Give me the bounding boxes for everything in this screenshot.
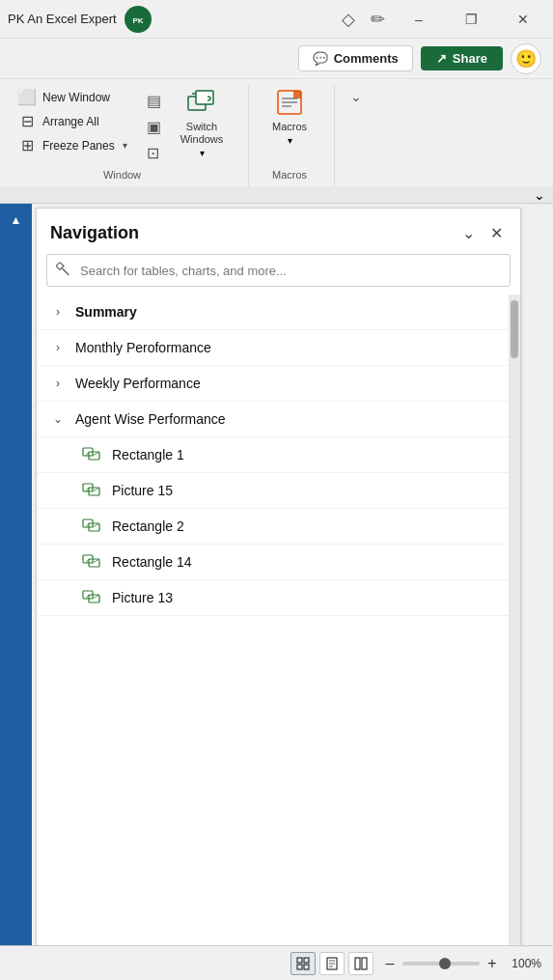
app-logo: PK xyxy=(124,6,152,33)
switch-windows-button[interactable]: Switch Windows ▾ xyxy=(171,85,233,162)
ribbon-top: 💬 Comments ↗ Share 🙂 xyxy=(0,39,553,79)
close-button[interactable]: ✕ xyxy=(501,4,545,35)
minimize-button[interactable]: – xyxy=(397,4,441,35)
monthly-label: Monthly Peroformance xyxy=(75,340,211,355)
split-combo-icon: ⊡ xyxy=(147,144,159,162)
nav-search-container xyxy=(46,254,511,287)
split-combo-button[interactable]: ⊡ xyxy=(141,141,167,165)
macros-chevron: ▾ xyxy=(288,135,292,146)
pic13-shape-icon xyxy=(81,589,102,606)
comment-icon: 💬 xyxy=(313,51,328,66)
zoom-level: 100% xyxy=(505,957,541,970)
diamond-icon[interactable]: ◇ xyxy=(338,5,359,34)
freeze-panes-button[interactable]: ⊞ Freeze Panes ▾ xyxy=(12,133,137,157)
grid-view-button[interactable] xyxy=(290,952,316,975)
nav-subitem-rect2[interactable]: Rectangle 2 xyxy=(37,509,509,545)
ribbon-group-window: ⬜ New Window ⊟ Arrange All ⊞ Freeze Pane… xyxy=(12,85,249,186)
freeze-panes-icon: ⊞ xyxy=(17,136,37,154)
zoom-minus-button[interactable]: – xyxy=(381,955,399,972)
svg-rect-33 xyxy=(297,965,302,969)
monthly-chevron-icon: › xyxy=(50,341,66,354)
ribbon-collapse-icon: ⌄ xyxy=(534,187,545,203)
ribbon-macros-items: Macros ▾ xyxy=(261,85,318,165)
arrange-all-icon: ⊟ xyxy=(17,112,37,130)
arrange-all-button[interactable]: ⊟ Arrange All xyxy=(12,109,137,133)
ribbon-window-items: ⬜ New Window ⊟ Arrange All ⊞ Freeze Pane… xyxy=(12,85,233,165)
agent-label: Agent Wise Performance xyxy=(75,411,226,427)
svg-line-10 xyxy=(63,269,69,275)
svg-rect-31 xyxy=(297,958,302,963)
split-h-button[interactable]: ▤ xyxy=(141,89,167,113)
zoom-area: – + 100% xyxy=(381,955,541,972)
svg-text:PK: PK xyxy=(132,16,143,25)
window-commands: ⬜ New Window ⊟ Arrange All ⊞ Freeze Pane… xyxy=(12,85,137,157)
pen-icon[interactable]: ✏ xyxy=(367,5,389,34)
share-icon: ↗ xyxy=(436,51,447,66)
nav-subitem-pic15[interactable]: Picture 15 xyxy=(37,473,509,509)
smiley-button[interactable]: 🙂 xyxy=(511,43,541,74)
nav-scrollbar-thumb[interactable] xyxy=(511,300,518,358)
rect1-shape-icon xyxy=(81,446,102,463)
switch-windows-icon xyxy=(186,89,217,119)
window-side-icons: ▤ ▣ ⊡ xyxy=(141,85,167,165)
page-view-button[interactable] xyxy=(319,952,345,975)
agent-chevron-icon: ⌄ xyxy=(50,412,66,426)
nav-subitem-pic13[interactable]: Picture 13 xyxy=(37,580,509,616)
zoom-slider[interactable] xyxy=(402,962,480,966)
summary-chevron-icon: › xyxy=(50,305,66,319)
nav-close-button[interactable]: ✕ xyxy=(486,220,507,246)
view-buttons xyxy=(290,952,373,975)
search-icon xyxy=(56,263,69,279)
zoom-plus-button[interactable]: + xyxy=(484,955,501,972)
nav-subitem-rect14[interactable]: Rectangle 14 xyxy=(37,545,509,580)
rect1-label: Rectangle 1 xyxy=(112,447,184,462)
window-group-label: Window xyxy=(12,169,233,181)
rect2-label: Rectangle 2 xyxy=(112,518,184,534)
split-v-icon: ▣ xyxy=(147,118,161,136)
freeze-panes-chevron: ▾ xyxy=(123,140,127,151)
zoom-slider-thumb[interactable] xyxy=(439,958,451,969)
svg-rect-40 xyxy=(362,958,367,969)
split-h-icon: ▤ xyxy=(147,92,161,110)
nav-item-weekly[interactable]: › Weekly Performance xyxy=(37,366,509,402)
new-window-icon: ⬜ xyxy=(17,88,37,106)
macros-icon xyxy=(276,89,303,119)
nav-subitem-rect1[interactable]: Rectangle 1 xyxy=(37,437,509,473)
pic15-label: Picture 15 xyxy=(112,483,173,498)
svg-rect-34 xyxy=(304,965,309,969)
maximize-button[interactable]: ❐ xyxy=(449,4,493,35)
weekly-chevron-icon: › xyxy=(50,377,66,390)
nav-header: Navigation ⌄ ✕ xyxy=(37,209,520,254)
ribbon-collapse-bar[interactable]: ⌄ xyxy=(0,186,553,204)
svg-line-18 xyxy=(93,488,99,491)
nav-item-summary[interactable]: › Summary xyxy=(37,294,509,330)
new-window-button[interactable]: ⬜ New Window xyxy=(12,85,137,109)
status-bar: – + 100% xyxy=(0,945,553,980)
scroll-up-button[interactable]: ▲ xyxy=(5,211,28,229)
split-v-button[interactable]: ▣ xyxy=(141,115,167,139)
nav-list: › Summary › Monthly Peroformance › Weekl… xyxy=(37,294,509,970)
nav-scrollbar[interactable] xyxy=(509,294,520,970)
summary-label: Summary xyxy=(75,304,137,320)
main-area: ▲ ▼ Navigation ⌄ ✕ xyxy=(0,204,553,975)
page-break-view-button[interactable] xyxy=(348,952,373,975)
svg-rect-39 xyxy=(355,958,360,969)
pic15-shape-icon xyxy=(81,482,102,499)
comments-button[interactable]: 💬 Comments xyxy=(298,45,413,71)
navigation-panel: Navigation ⌄ ✕ › Summary xyxy=(36,208,521,971)
share-button[interactable]: ↗ Share xyxy=(421,46,503,70)
rect14-shape-icon xyxy=(81,553,102,571)
svg-rect-5 xyxy=(293,91,301,98)
app-name: PK An Excel Expert xyxy=(8,12,117,26)
nav-collapse-button[interactable]: ⌄ xyxy=(458,220,479,246)
nav-item-agent[interactable]: ⌄ Agent Wise Performance xyxy=(37,402,509,437)
nav-item-monthly[interactable]: › Monthly Peroformance xyxy=(37,330,509,366)
svg-rect-32 xyxy=(304,958,309,963)
search-input[interactable] xyxy=(46,254,511,287)
nav-scroll-area: › Summary › Monthly Peroformance › Weekl… xyxy=(37,294,520,970)
weekly-label: Weekly Performance xyxy=(75,376,201,391)
ribbon-group-macros: Macros ▾ Macros xyxy=(261,85,335,186)
nav-title: Navigation xyxy=(50,223,451,243)
macros-button[interactable]: Macros ▾ xyxy=(261,85,318,150)
ribbon-expand-button[interactable]: ⌄ xyxy=(346,85,366,108)
